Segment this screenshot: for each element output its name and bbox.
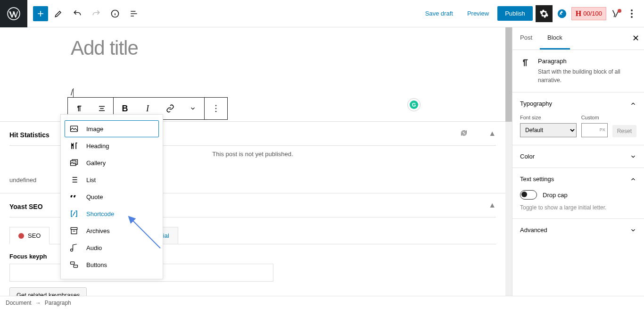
more-options-button[interactable] — [625, 5, 638, 22]
publish-button[interactable]: Publish — [497, 6, 533, 21]
shortcode-icon — [69, 209, 79, 218]
text-settings-panel: Text settings Drop cap Toggle to show a … — [512, 167, 644, 218]
font-size-label: Font size — [520, 115, 577, 120]
details-button[interactable] — [107, 5, 124, 22]
post-title-input[interactable]: Add title — [71, 37, 486, 59]
related-keyphrases-button[interactable]: Get related keyphrases — [9, 287, 87, 296]
svg-point-4 — [631, 16, 633, 18]
block-option-list[interactable]: List — [65, 171, 159, 188]
block-option-heading[interactable]: Heading — [65, 137, 159, 154]
svg-point-3 — [631, 13, 633, 15]
collapse-icon[interactable]: ▲ — [488, 129, 496, 138]
save-draft-button[interactable]: Save draft — [420, 6, 459, 21]
edit-mode-button[interactable] — [50, 5, 67, 22]
collapse-icon[interactable]: ▲ — [488, 201, 496, 209]
typography-panel: Typography Font size Default Custom PX — [512, 92, 644, 145]
advanced-panel: Advanced — [512, 218, 644, 241]
quote-icon — [69, 192, 79, 201]
svg-rect-12 — [74, 265, 77, 267]
wordpress-logo[interactable] — [0, 0, 27, 27]
tab-seo[interactable]: SEO — [9, 227, 50, 244]
refresh-icon[interactable] — [460, 129, 468, 137]
custom-label: Custom — [581, 115, 608, 120]
svg-point-5 — [215, 105, 217, 106]
reset-button[interactable]: Reset — [612, 125, 636, 137]
toolbar-right: Save draft Preview Publish H 00/100 — [420, 5, 644, 22]
cookie-consent-button[interactable] — [555, 7, 569, 20]
breadcrumb-document[interactable]: Document — [6, 300, 32, 306]
block-option-archives[interactable]: Archives — [65, 222, 159, 239]
settings-button[interactable] — [536, 5, 553, 22]
gallery-icon — [69, 158, 79, 167]
color-header[interactable]: Color — [520, 153, 636, 160]
svg-point-2 — [631, 9, 633, 11]
svg-rect-10 — [71, 227, 77, 229]
breadcrumb-separator: → — [35, 300, 41, 306]
font-size-select[interactable]: Default — [520, 123, 577, 137]
block-option-audio[interactable]: Audio — [65, 239, 159, 256]
editor-scrollbar[interactable] — [505, 27, 512, 296]
block-description: Start with the building block of all nar… — [538, 67, 636, 84]
audio-icon — [69, 243, 79, 252]
custom-font-size-input[interactable]: PX — [581, 123, 608, 137]
block-option-shortcode[interactable]: Shortcode — [65, 205, 159, 222]
paragraph-icon — [520, 58, 530, 84]
breadcrumb-paragraph[interactable]: Paragraph — [45, 300, 71, 306]
paragraph-block[interactable]: / — [71, 88, 486, 98]
drop-cap-toggle[interactable] — [520, 190, 537, 200]
preview-button[interactable]: Preview — [462, 6, 495, 21]
more-formatting-button[interactable] — [182, 98, 204, 119]
toolbar-left — [27, 5, 142, 22]
image-icon — [69, 124, 79, 134]
undo-button[interactable] — [69, 5, 86, 22]
heading-score-text: 00/100 — [583, 10, 602, 17]
sidebar-tab-block[interactable]: Block — [540, 27, 570, 50]
yoast-status-dot — [618, 9, 621, 13]
sidebar-tabs: Post Block ✕ — [512, 27, 644, 50]
block-option-image[interactable]: Image — [65, 120, 159, 137]
block-option-quote[interactable]: Quote — [65, 188, 159, 205]
grammarly-icon: G — [410, 100, 418, 109]
outline-button[interactable] — [125, 5, 142, 22]
heading-h-icon: H — [576, 9, 581, 18]
svg-point-6 — [215, 108, 217, 109]
list-icon — [69, 175, 79, 184]
add-block-button[interactable] — [33, 6, 48, 21]
editor-toolbar: Save draft Preview Publish H 00/100 — [0, 0, 644, 27]
buttons-icon — [69, 260, 79, 269]
advanced-header[interactable]: Advanced — [520, 226, 636, 234]
block-option-buttons[interactable]: Buttons — [65, 256, 159, 273]
typography-header[interactable]: Typography — [520, 100, 636, 107]
drop-cap-label: Drop cap — [543, 192, 568, 199]
block-options-button[interactable] — [205, 98, 227, 119]
color-panel: Color — [512, 145, 644, 167]
archives-icon — [69, 226, 79, 235]
redo-button[interactable] — [88, 5, 105, 22]
seo-status-dot — [18, 233, 24, 239]
svg-point-7 — [215, 111, 217, 112]
sidebar-close-button[interactable]: ✕ — [632, 33, 639, 43]
heading-score-badge[interactable]: H 00/100 — [571, 7, 606, 20]
block-info: Paragraph Start with the building block … — [512, 50, 644, 92]
text-settings-header[interactable]: Text settings — [520, 175, 636, 183]
settings-sidebar: Post Block ✕ Paragraph Start with the bu… — [512, 27, 644, 296]
block-option-gallery[interactable]: Gallery — [65, 154, 159, 171]
heading-icon — [69, 141, 79, 150]
svg-rect-11 — [71, 262, 74, 264]
block-name: Paragraph — [538, 58, 636, 65]
yoast-button[interactable] — [609, 7, 622, 20]
breadcrumb: Document → Paragraph — [0, 296, 644, 309]
grammarly-indicator[interactable]: G — [407, 98, 421, 111]
drop-cap-description: Toggle to show a large initial letter. — [520, 204, 636, 211]
sidebar-tab-post[interactable]: Post — [512, 27, 540, 50]
block-inserter-popover: Image Heading Gallery List Quote Shortco… — [60, 114, 163, 279]
